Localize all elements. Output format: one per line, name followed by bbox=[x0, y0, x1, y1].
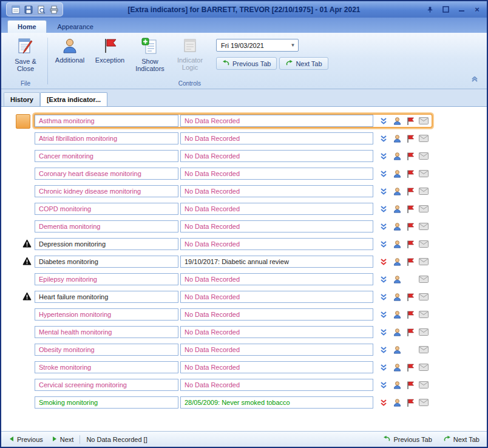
row-value-field[interactable]: No Data Recorded bbox=[180, 203, 373, 215]
flag-icon[interactable] bbox=[404, 150, 417, 162]
flag-icon[interactable] bbox=[404, 396, 417, 409]
row-label-field[interactable]: Coronary heart disease monitoring bbox=[35, 168, 178, 180]
row-value-field[interactable]: No Data Recorded bbox=[180, 326, 373, 338]
flag-icon[interactable] bbox=[404, 115, 417, 127]
flag-icon[interactable] bbox=[404, 168, 417, 180]
chevron-down-icon[interactable] bbox=[377, 203, 390, 215]
indicator-row[interactable]: Atrial fibrillation monitoring No Data R… bbox=[35, 132, 432, 144]
patient-icon[interactable] bbox=[390, 256, 404, 268]
flag-icon[interactable] bbox=[404, 132, 417, 144]
form-icon[interactable] bbox=[10, 4, 21, 15]
row-label-field[interactable]: Epilepsy monitoring bbox=[35, 273, 178, 285]
flag-icon[interactable] bbox=[404, 326, 417, 338]
tab-appearance[interactable]: Appearance bbox=[48, 21, 103, 33]
indicator-row[interactable]: Asthma monitoring No Data Recorded bbox=[35, 115, 432, 127]
minimize-icon[interactable] bbox=[456, 5, 466, 15]
pin-icon[interactable] bbox=[425, 5, 435, 15]
row-value-field[interactable]: No Data Recorded bbox=[180, 168, 373, 180]
flag-icon[interactable] bbox=[404, 185, 417, 197]
row-value-field[interactable]: No Data Recorded bbox=[180, 185, 373, 197]
print-preview-icon[interactable] bbox=[36, 4, 46, 15]
indicator-row[interactable]: Stroke monitoring No Data Recorded bbox=[35, 361, 432, 373]
flag-icon[interactable] bbox=[404, 256, 417, 268]
row-value-field[interactable]: No Data Recorded bbox=[180, 115, 373, 127]
tab-extra-indicator[interactable]: [Extra indicator... bbox=[40, 92, 107, 106]
mail-icon[interactable] bbox=[417, 396, 430, 409]
flag-icon[interactable] bbox=[404, 361, 417, 373]
mail-icon[interactable] bbox=[417, 132, 430, 144]
maximize-icon[interactable] bbox=[441, 5, 450, 15]
mail-icon[interactable] bbox=[417, 256, 430, 268]
date-dropdown[interactable]: Fri 19/03/2021 ▼ bbox=[216, 39, 299, 52]
chevron-down-icon[interactable] bbox=[377, 361, 390, 373]
mail-icon[interactable] bbox=[417, 361, 430, 373]
patient-icon[interactable] bbox=[390, 291, 404, 303]
indicator-row[interactable]: Cancer monitoring No Data Recorded bbox=[35, 150, 432, 162]
chevron-down-icon[interactable] bbox=[377, 115, 390, 127]
mail-icon[interactable] bbox=[417, 308, 430, 321]
row-value-field[interactable]: 28/05/2009: Never smoked tobacco bbox=[180, 396, 373, 409]
row-label-field[interactable]: Smoking monitoring bbox=[35, 396, 178, 409]
row-label-field[interactable]: Depression monitoring bbox=[35, 238, 178, 250]
indicator-row[interactable]: Cervical screening monitoring No Data Re… bbox=[35, 379, 432, 391]
row-label-field[interactable]: Stroke monitoring bbox=[35, 361, 178, 373]
flag-icon[interactable] bbox=[404, 220, 417, 232]
row-value-field[interactable]: No Data Recorded bbox=[180, 344, 373, 356]
flag-icon[interactable] bbox=[404, 379, 417, 391]
patient-icon[interactable] bbox=[390, 115, 404, 127]
indicator-row[interactable]: Depression monitoring No Data Recorded bbox=[35, 238, 432, 250]
indicator-row[interactable]: Coronary heart disease monitoring No Dat… bbox=[35, 168, 432, 180]
mail-icon[interactable] bbox=[417, 185, 430, 197]
row-label-field[interactable]: Chronic kidney disease monitoring bbox=[35, 185, 178, 197]
row-label-field[interactable]: Heart failure monitoring bbox=[35, 291, 178, 303]
indicator-row[interactable]: Diabetes monitoring 19/10/2017: Diabetic… bbox=[35, 256, 432, 268]
row-label-field[interactable]: Cervical screening monitoring bbox=[35, 379, 178, 391]
row-label-field[interactable]: Hypertension monitoring bbox=[35, 308, 178, 321]
row-value-field[interactable]: No Data Recorded bbox=[180, 273, 373, 285]
patient-icon[interactable] bbox=[390, 150, 404, 162]
patient-icon[interactable] bbox=[390, 361, 404, 373]
patient-icon[interactable] bbox=[390, 273, 404, 285]
row-label-field[interactable]: Mental health monitoring bbox=[35, 326, 178, 338]
row-label-field[interactable]: Diabetes monitoring bbox=[35, 256, 178, 268]
flag-icon[interactable] bbox=[404, 238, 417, 250]
mail-icon[interactable] bbox=[417, 291, 430, 303]
row-value-field[interactable]: No Data Recorded bbox=[180, 220, 373, 232]
patient-icon[interactable] bbox=[390, 396, 404, 409]
indicator-row[interactable]: Hypertension monitoring No Data Recorded bbox=[35, 308, 432, 321]
flag-icon[interactable] bbox=[404, 291, 417, 303]
mail-icon[interactable] bbox=[417, 168, 430, 180]
patient-icon[interactable] bbox=[390, 344, 404, 356]
chevron-down-icon[interactable] bbox=[377, 273, 390, 285]
chevron-down-icon[interactable] bbox=[377, 379, 390, 391]
chevron-down-icon[interactable] bbox=[377, 308, 390, 321]
row-label-field[interactable]: COPD monitoring bbox=[35, 203, 178, 215]
row-label-field[interactable]: Obesity monitoring bbox=[35, 344, 178, 356]
row-label-field[interactable]: Atrial fibrillation monitoring bbox=[35, 132, 178, 144]
statusbar-previous-tab-button[interactable]: Previous Tab bbox=[381, 435, 434, 443]
tab-home[interactable]: Home bbox=[7, 20, 47, 33]
patient-icon[interactable] bbox=[390, 203, 404, 215]
save-close-button[interactable]: Save & Close bbox=[7, 35, 44, 73]
show-indicators-button[interactable]: Show Indicators bbox=[131, 35, 169, 73]
chevron-down-icon[interactable] bbox=[377, 396, 390, 409]
statusbar-next-tab-button[interactable]: Next Tab bbox=[441, 435, 482, 443]
previous-button[interactable]: Previous bbox=[6, 436, 46, 443]
exception-button[interactable]: Exception bbox=[91, 35, 129, 65]
indicator-row[interactable]: Dementia monitoring No Data Recorded bbox=[35, 220, 432, 232]
indicator-logic-button[interactable]: Indicator Logic bbox=[171, 35, 209, 72]
tab-history[interactable]: History bbox=[4, 92, 40, 106]
patient-icon[interactable] bbox=[390, 168, 404, 180]
row-label-field[interactable]: Cancer monitoring bbox=[35, 150, 178, 162]
chevron-down-icon[interactable] bbox=[377, 150, 390, 162]
chevron-down-icon[interactable] bbox=[377, 220, 390, 232]
row-value-field[interactable]: No Data Recorded bbox=[180, 132, 373, 144]
mail-icon[interactable] bbox=[417, 273, 430, 285]
indicator-row[interactable]: COPD monitoring No Data Recorded bbox=[35, 203, 432, 215]
indicator-row[interactable]: Epilepsy monitoring No Data Recorded bbox=[35, 273, 432, 285]
patient-icon[interactable] bbox=[390, 326, 404, 338]
row-label-field[interactable]: Dementia monitoring bbox=[35, 220, 178, 232]
mail-icon[interactable] bbox=[417, 220, 430, 232]
chevron-down-icon[interactable] bbox=[377, 185, 390, 197]
mail-icon[interactable] bbox=[417, 150, 430, 162]
